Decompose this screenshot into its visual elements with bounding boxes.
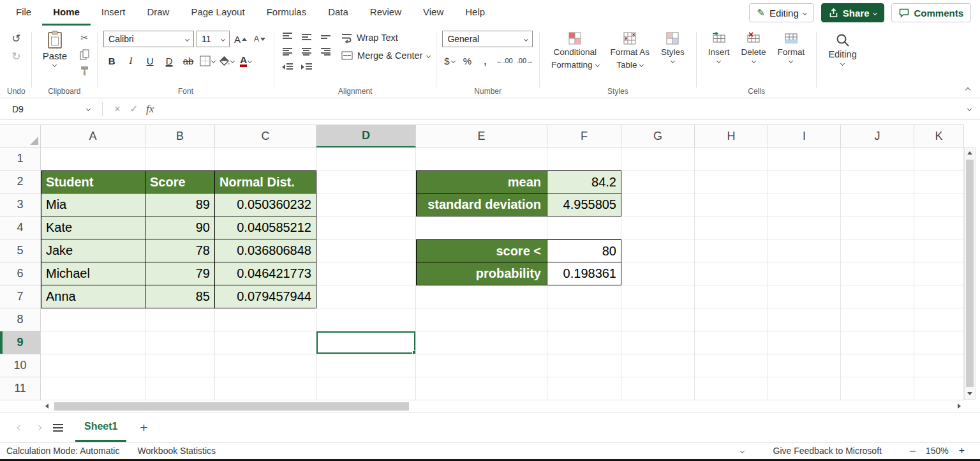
cell-i4[interactable] [768,216,841,239]
cell-i5[interactable] [768,239,841,262]
row-header-8[interactable]: 8 [0,308,41,331]
cell-a4[interactable]: Kate [41,216,145,239]
percent-style-button[interactable]: % [460,54,474,68]
align-top-button[interactable] [280,31,294,42]
cell-b3[interactable]: 89 [145,193,215,216]
cell-j4[interactable] [841,216,914,239]
redo-button[interactable]: ↻ [7,49,25,64]
cell-f6[interactable]: 0.198361 [547,262,621,285]
cell-b1[interactable] [145,147,215,170]
ribbon-tab-insert[interactable]: Insert [91,0,137,26]
copy-button[interactable] [77,49,91,60]
cell-d9-selected[interactable] [316,331,416,354]
number-format-select[interactable]: General [442,31,533,47]
column-header-d[interactable]: D [316,125,416,147]
cell-k2[interactable] [914,170,964,193]
cell-k1[interactable] [914,147,964,170]
zoom-in-button[interactable]: + [959,445,965,457]
decrease-indent-button[interactable] [280,61,294,73]
zoom-out-button[interactable]: – [910,445,916,457]
cell-c11[interactable] [215,377,316,400]
next-sheet-button[interactable] [29,413,48,442]
editing-menu-button[interactable]: Editing [822,31,862,66]
grow-font-button[interactable]: A [232,31,249,47]
cell-e6[interactable]: probability [416,262,547,285]
cell-h6[interactable] [695,262,768,285]
column-header-g[interactable]: G [621,125,695,147]
cell-a7[interactable]: Anna [41,285,145,308]
cell-styles-button[interactable]: Styles [655,31,690,64]
cell-g5[interactable] [621,239,695,262]
accounting-format-button[interactable]: $ [442,54,456,68]
cell-i10[interactable] [768,354,841,377]
cell-i9[interactable] [768,331,841,354]
formula-input[interactable] [160,98,959,119]
cell-j5[interactable] [841,239,914,262]
horizontal-scrollbar[interactable] [0,400,980,412]
cell-c3[interactable]: 0.050360232 [215,193,316,216]
cell-f2[interactable]: 84.2 [547,170,621,193]
cut-button[interactable]: ✂ [77,32,91,43]
align-right-button[interactable] [318,46,332,57]
ribbon-tab-data[interactable]: Data [317,0,359,26]
underline-button[interactable]: U [142,53,158,68]
cell-j8[interactable] [841,308,914,331]
column-header-i[interactable]: I [768,125,841,147]
cell-e7[interactable] [416,285,547,308]
cell-b7[interactable]: 85 [145,285,215,308]
align-bottom-button[interactable] [318,31,332,42]
format-painter-button[interactable] [77,65,91,77]
cell-g6[interactable] [621,262,695,285]
cell-d1[interactable] [316,147,416,170]
column-header-j[interactable]: J [841,125,914,147]
cell-f9[interactable] [547,331,621,354]
cell-k10[interactable] [914,354,964,377]
cell-b4[interactable]: 90 [145,216,215,239]
cell-f11[interactable] [547,377,621,400]
cell-h5[interactable] [695,239,768,262]
cell-j11[interactable] [841,377,914,400]
select-all-button[interactable] [0,125,41,147]
cell-e1[interactable] [416,147,547,170]
cell-d8[interactable] [316,308,416,331]
cell-e10[interactable] [416,354,547,377]
cell-f4[interactable] [547,216,621,239]
cell-e5[interactable]: score < [416,239,547,262]
ribbon-tab-file[interactable]: File [5,0,42,26]
cell-d11[interactable] [316,377,416,400]
sheet-tab-sheet1[interactable]: Sheet1 [75,413,126,442]
cell-f5[interactable]: 80 [547,239,621,262]
cell-d10[interactable] [316,354,416,377]
cell-h4[interactable] [695,216,768,239]
column-header-a[interactable]: A [41,125,145,147]
cell-h8[interactable] [695,308,768,331]
increase-indent-button[interactable] [299,61,313,73]
insert-cells-button[interactable]: Insert [702,31,736,64]
zoom-level[interactable]: 150% [926,446,949,456]
wrap-text-button[interactable]: Wrap Text [341,33,430,43]
c ell-i8[interactable] [768,308,841,331]
font-name-select[interactable]: Calibri [103,31,194,47]
cell-a3[interactable]: Mia [41,193,145,216]
enter-button[interactable]: ✓ [126,103,142,115]
column-header-f[interactable]: F [547,125,621,147]
ribbon-tab-help[interactable]: Help [454,0,496,26]
cell-d3[interactable] [316,193,416,216]
cell-g1[interactable] [621,147,695,170]
row-header-9[interactable]: 9 [0,331,41,354]
cell-i3[interactable] [768,193,841,216]
cell-e11[interactable] [416,377,547,400]
cancel-button[interactable]: × [109,103,126,115]
give-feedback-link[interactable]: Give Feedback to Microsoft [773,446,882,456]
cell-a1[interactable] [41,147,145,170]
add-sheet-button[interactable]: + [134,413,153,442]
column-header-k[interactable]: K [914,125,964,147]
column-header-b[interactable]: B [145,125,215,147]
ribbon-tab-review[interactable]: Review [359,0,412,26]
cell-j3[interactable] [841,193,914,216]
bold-button[interactable]: B [103,53,120,68]
cell-a10[interactable] [41,354,145,377]
cell-j10[interactable] [841,354,914,377]
cell-a5[interactable]: Jake [41,239,145,262]
share-button[interactable]: Share [821,3,885,22]
